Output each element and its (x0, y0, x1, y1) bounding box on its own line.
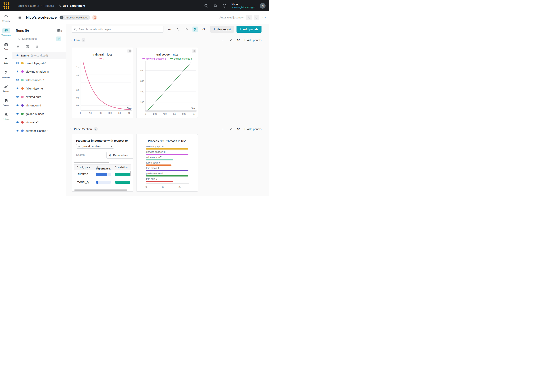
run-name[interactable]: glowing-shadow-8 (26, 70, 49, 73)
run-row[interactable]: summer-plasma-1 (12, 126, 66, 135)
run-row[interactable]: trim-moon-4 (12, 101, 66, 110)
table-bottom-scrollbar[interactable] (74, 189, 127, 191)
visibility-eye-icon[interactable] (16, 112, 19, 116)
run-name[interactable]: fallen-dawn-6 (26, 87, 43, 90)
visibility-eye-icon[interactable] (16, 121, 19, 124)
visibility-eye-icon[interactable] (16, 103, 19, 107)
add-panels-button[interactable]: + Add panels (236, 26, 261, 33)
panel-cpu-threads[interactable]: Process CPU Threads In Use colorful-yogu… (136, 134, 198, 191)
panel-train-loss[interactable]: train/train_loss : - 0.40.60.811.21.4020… (72, 48, 133, 118)
visibility-eye-icon[interactable] (16, 70, 19, 73)
importance-search-input[interactable] (76, 153, 97, 156)
run-row[interactable]: colorful-yogurt-9 (12, 59, 66, 67)
x-axis-settings-icon[interactable] (176, 27, 180, 31)
visibility-eye-icon[interactable] (16, 129, 19, 132)
workspace-badge[interactable]: N Personal workspace (59, 15, 90, 20)
importance-table-row[interactable]: model_ty… (74, 179, 131, 186)
run-name[interactable]: colorful-yogurt-9 (26, 61, 46, 65)
section-collapse-chevron-icon[interactable] (70, 128, 73, 131)
panel-parameter-importance[interactable]: Parameter importance with respect to _wa… (72, 134, 133, 191)
column-header-correlation[interactable]: Correlation (115, 166, 127, 169)
help-icon[interactable] (222, 4, 227, 8)
table-vertical-scrollbar[interactable] (130, 171, 131, 176)
run-name[interactable]: exalted-surf-5 (26, 95, 43, 98)
regex-toggle-button[interactable]: .* (56, 37, 61, 41)
section-overflow-menu-icon[interactable]: ••• (222, 128, 226, 130)
sort-icon[interactable] (35, 45, 39, 49)
breadcrumb-project[interactable]: zoo_experiment (58, 4, 85, 8)
sidebar-item-jobs[interactable]: Jobs (0, 56, 12, 70)
visibility-eye-icon[interactable] (16, 61, 19, 65)
search-icon[interactable] (204, 4, 208, 8)
drag-handle-icon[interactable] (192, 49, 196, 53)
magic-fill-button[interactable] (130, 152, 133, 158)
visibility-eye-icon[interactable] (16, 95, 19, 98)
panel-search-input[interactable] (79, 28, 161, 31)
panel-epoch-ndx[interactable]: train/epoch_ndx glowing-shadow-8 golden-… (136, 48, 198, 118)
table-top-scrollbar[interactable] (74, 162, 109, 163)
importance-table-row[interactable]: Runtime (74, 170, 131, 179)
run-row[interactable]: trim-rain-2 (12, 118, 66, 126)
notifications-bell-icon[interactable] (213, 4, 218, 8)
new-report-button[interactable]: + New report (210, 26, 234, 33)
breadcrumb-team[interactable]: smle-reg-team-2 (18, 4, 39, 7)
column-header-parameter[interactable]: Config para… (77, 166, 93, 169)
section-add-panels-button[interactable]: + Add panels (244, 38, 261, 42)
undo-button[interactable] (246, 15, 252, 20)
run-row[interactable]: fallen-dawn-6 (12, 84, 66, 93)
menu-hamburger-icon[interactable] (18, 16, 22, 19)
workspace-overflow-menu-icon[interactable]: ••• (262, 16, 266, 19)
runs-search-input[interactable] (22, 37, 56, 40)
smoothing-icon[interactable] (184, 27, 188, 31)
run-name[interactable]: wild-cosmos-7 (26, 78, 44, 82)
search-options-menu-icon[interactable]: ••• (168, 28, 171, 30)
run-name[interactable]: trim-moon-4 (26, 104, 41, 107)
magic-wand-icon[interactable] (230, 127, 233, 131)
avatar[interactable]: N (260, 3, 265, 9)
outliers-scatter-icon[interactable] (193, 27, 198, 32)
run-name[interactable]: trim-rain-2 (26, 121, 39, 124)
filter-icon[interactable] (16, 45, 20, 49)
section-title[interactable]: Panel Section (74, 127, 92, 131)
group-list-icon[interactable] (26, 45, 29, 49)
settings-gear-icon[interactable]: ⚙︎ (202, 28, 205, 31)
sidebar-item-runs[interactable]: Runs (0, 42, 12, 56)
run-name[interactable]: golden-sunset-3 (26, 112, 46, 116)
redo-button[interactable] (254, 15, 259, 20)
sidebar-item-automations[interactable]: Automat. (0, 70, 12, 84)
section-overflow-menu-icon[interactable]: ••• (222, 39, 226, 41)
magic-wand-icon[interactable] (230, 38, 233, 42)
legend-item[interactable]: glowing-shadow-8 (142, 57, 166, 60)
wandb-logo-icon[interactable] (3, 2, 10, 9)
sidebar-item-overview[interactable]: Overview (0, 14, 12, 28)
run-row[interactable]: glowing-shadow-8 (12, 67, 66, 76)
visibility-eye-icon[interactable] (16, 78, 19, 82)
sidebar-item-artifacts[interactable]: Artifacts (0, 112, 12, 126)
section-settings-gear-icon[interactable]: ⚙︎ (237, 127, 240, 131)
section-title[interactable]: train (74, 38, 80, 42)
workspace-alert-icon[interactable] (92, 15, 97, 20)
sidebar-item-reports[interactable]: Reports (0, 98, 12, 112)
metric-select[interactable]: _wandb.runtime (76, 144, 114, 149)
user-menu[interactable]: Nico smle-registries-bug-b... (231, 3, 257, 9)
runs-table-expand-button[interactable]: › (57, 29, 62, 33)
epoch-ndx-line-chart[interactable]: 20040060080002004006008001kStep (138, 60, 197, 117)
cpu-threads-bar-chart[interactable]: colorful-yogurt-9glowing-shadow-8wild-co… (137, 144, 197, 191)
run-row[interactable]: golden-sunset-3 (12, 110, 66, 118)
section-add-panels-button[interactable]: + Add panels (244, 127, 261, 131)
sidebar-item-workspace[interactable]: Workspace (0, 28, 12, 42)
breadcrumb-projects[interactable]: Projects (43, 4, 54, 7)
train-loss-line-chart[interactable]: 0.40.60.811.21.402004006008001kStep (73, 60, 132, 117)
section-collapse-chevron-icon[interactable] (70, 39, 73, 42)
sidebar-item-sweeps[interactable]: Sweeps (0, 84, 12, 98)
run-row[interactable]: wild-cosmos-7 (12, 76, 66, 84)
run-row[interactable]: exalted-surf-5 (12, 93, 66, 101)
run-name[interactable]: summer-plasma-1 (26, 129, 49, 132)
legend-item[interactable]: : - (99, 57, 106, 60)
visibility-eye-icon[interactable] (16, 87, 19, 90)
column-header-importance[interactable]: Importance. (96, 166, 99, 169)
legend-item[interactable]: golden-sunset-3 (170, 57, 192, 60)
section-settings-gear-icon[interactable]: ⚙︎ (237, 38, 240, 42)
drag-handle-icon[interactable] (127, 49, 132, 53)
visibility-all-eye-icon[interactable] (16, 54, 19, 57)
